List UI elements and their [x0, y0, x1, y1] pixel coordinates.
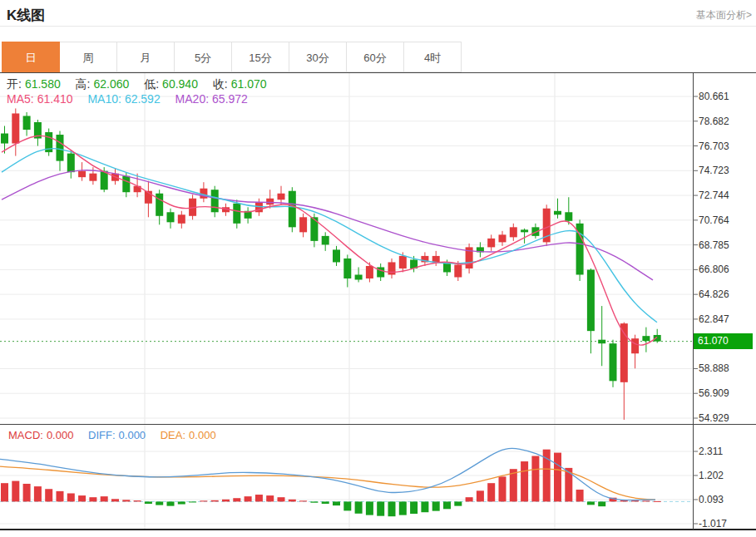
close-label: 收: — [213, 77, 228, 91]
price-axis-label: 78.682 — [699, 115, 754, 128]
macd-axis-label: -1.017 — [699, 517, 754, 530]
ma10-value: 62.592 — [125, 92, 161, 106]
low-value: 60.940 — [162, 77, 198, 91]
macd-readout: MACD:0.000 DIFF:0.000 DEA:0.000 — [8, 429, 220, 441]
tab-周[interactable]: 周 — [59, 42, 117, 72]
macd-axis-label: 0.093 — [699, 493, 754, 506]
price-axis-label: 74.723 — [699, 164, 754, 177]
page-title: K线图 — [7, 6, 45, 25]
current-price-badge: 61.070 — [694, 333, 753, 349]
macd-axis-label: 2.311 — [699, 445, 754, 458]
high-label: 高: — [76, 77, 91, 91]
kline-page: K线图 基本面分析> 日周月5分15分30分60分4时 开:61.580 高:6… — [0, 0, 756, 537]
low-label: 低: — [144, 77, 159, 91]
price-axis-label: 58.888 — [699, 362, 754, 375]
ma20-value: 65.972 — [212, 92, 248, 106]
tab-5分[interactable]: 5分 — [174, 42, 232, 72]
ma5-label: MA5: — [7, 92, 34, 106]
tab-15分[interactable]: 15分 — [231, 42, 289, 72]
price-axis-label: 64.826 — [699, 288, 754, 301]
price-axis-label: 56.909 — [699, 387, 754, 400]
price-axis-label: 68.785 — [699, 239, 754, 252]
tab-30分[interactable]: 30分 — [289, 42, 347, 72]
open-label: 开: — [7, 77, 22, 91]
ma20-label: MA20: — [175, 92, 209, 106]
tab-4时[interactable]: 4时 — [403, 42, 462, 72]
diff-label: DIFF: — [88, 429, 116, 441]
price-axis-label: 72.744 — [699, 189, 754, 202]
open-value: 61.580 — [25, 77, 61, 91]
ma-readout: MA5:61.410 MA10:62.592 MA20:65.972 — [7, 92, 251, 106]
macd-axis-label: 1.202 — [699, 469, 754, 482]
dea-value: 0.000 — [189, 429, 216, 441]
tab-日[interactable]: 日 — [2, 42, 60, 72]
tab-60分[interactable]: 60分 — [346, 42, 404, 72]
ma5-value: 61.410 — [37, 92, 73, 106]
price-axis-label: 66.806 — [699, 263, 754, 276]
period-tab-bar: 日周月5分15分30分60分4时 — [2, 42, 462, 72]
fundamental-analysis-link[interactable]: 基本面分析> — [696, 8, 752, 22]
macd-label: MACD: — [8, 429, 43, 441]
price-axis-label: 80.661 — [699, 90, 754, 103]
ma10-label: MA10: — [87, 92, 121, 106]
price-axis-label: 76.703 — [699, 140, 754, 153]
dea-label: DEA: — [161, 429, 185, 441]
price-axis-label: 70.764 — [699, 214, 754, 227]
price-axis-label: 54.929 — [699, 411, 754, 425]
ohlc-readout: 开:61.580 高:62.060 低:60.940 收:61.070 — [7, 77, 270, 92]
price-axis-label: 62.847 — [699, 313, 754, 326]
tab-月[interactable]: 月 — [116, 42, 175, 72]
high-value: 62.060 — [94, 77, 130, 91]
close-value: 61.070 — [231, 77, 267, 91]
macd-value: 0.000 — [47, 429, 74, 441]
header-divider — [0, 26, 756, 27]
diff-value: 0.000 — [119, 429, 146, 441]
